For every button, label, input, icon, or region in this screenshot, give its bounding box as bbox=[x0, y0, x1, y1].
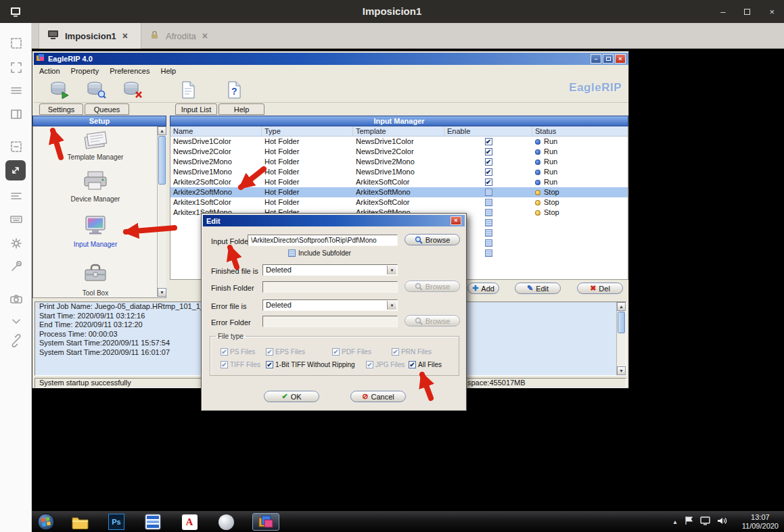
table-row[interactable]: Arkitex1SoftColorHot FolderArkitexSoftCo… bbox=[170, 197, 628, 208]
col-name[interactable]: Name bbox=[170, 126, 262, 136]
include-subfolder-checkbox[interactable] bbox=[288, 249, 296, 257]
chevron-down-icon[interactable] bbox=[8, 313, 24, 329]
col-status[interactable]: Status bbox=[532, 126, 628, 136]
rip-close-icon[interactable]: × bbox=[615, 54, 626, 64]
tab-panel-help[interactable]: Help bbox=[218, 103, 264, 115]
pdf-reader-icon[interactable]: A bbox=[181, 513, 198, 531]
display-tray-icon[interactable] bbox=[700, 516, 710, 528]
error-file-select[interactable]: Deleted ▼ bbox=[262, 299, 398, 311]
table-row[interactable]: NewsDrive1MonoHot FolderNewsDrive1MonoRu… bbox=[170, 167, 628, 177]
rip-maximize-icon[interactable] bbox=[603, 54, 614, 64]
rip-minimize-icon[interactable]: – bbox=[591, 54, 601, 64]
enable-checkbox[interactable] bbox=[485, 209, 492, 216]
combo-arrow-icon[interactable]: ▼ bbox=[387, 266, 396, 274]
ok-button[interactable]: ✔OK bbox=[264, 391, 319, 402]
tab-afrodita[interactable]: Afrodita × bbox=[141, 23, 228, 49]
scroll-down-icon[interactable]: ▼ bbox=[617, 366, 626, 375]
scale-window-icon[interactable] bbox=[5, 160, 26, 180]
settings-gear-icon[interactable] bbox=[8, 235, 24, 251]
tab-close-icon[interactable]: × bbox=[122, 30, 128, 41]
tab-settings[interactable]: Settings bbox=[39, 103, 83, 115]
scroll-up-icon[interactable]: ▲ bbox=[158, 126, 166, 135]
enable-checkbox[interactable] bbox=[485, 138, 492, 145]
volume-icon[interactable] bbox=[717, 516, 727, 528]
scroll-down-icon[interactable]: ▼ bbox=[158, 288, 166, 297]
eaglerip-taskbar-button[interactable] bbox=[252, 513, 279, 531]
tab-imposicion1[interactable]: Imposicion1 × bbox=[39, 23, 141, 49]
table-row[interactable]: NewsDrive2ColorHot FolderNewsDrive2Color… bbox=[170, 147, 628, 157]
help-icon[interactable]: ? bbox=[223, 80, 245, 100]
job-queue-icon[interactable] bbox=[85, 80, 107, 100]
enable-checkbox[interactable] bbox=[485, 239, 492, 247]
photoshop-icon[interactable]: Ps bbox=[108, 513, 125, 531]
filetype-1bit-tiff[interactable]: 1-Bit TIFF Without Ripping bbox=[266, 361, 355, 368]
host-maximize-icon[interactable] bbox=[744, 9, 750, 15]
dialog-close-icon[interactable]: × bbox=[451, 216, 461, 225]
col-template[interactable]: Template bbox=[353, 126, 444, 136]
explorer-folder-icon[interactable] bbox=[71, 513, 89, 531]
menu-help[interactable]: Help bbox=[155, 67, 181, 75]
edit-dialog-titlebar[interactable]: Edit × bbox=[203, 215, 465, 226]
image-app-icon[interactable] bbox=[144, 513, 162, 531]
eaglerip-titlebar[interactable]: EagleRIP 4.0 – × bbox=[34, 53, 628, 65]
del-button[interactable]: ✖Del bbox=[577, 283, 623, 294]
checkbox-checked-icon[interactable] bbox=[409, 361, 416, 368]
side-panel-icon[interactable] bbox=[8, 106, 24, 122]
menu-preferences[interactable]: Preferences bbox=[104, 67, 155, 75]
menu-property[interactable]: Property bbox=[66, 67, 105, 75]
scroll-thumb[interactable] bbox=[618, 312, 625, 333]
enable-checkbox[interactable] bbox=[485, 189, 492, 196]
col-enable[interactable]: Enable bbox=[444, 126, 532, 136]
tray-expand-icon[interactable]: ▲ bbox=[672, 519, 678, 525]
setup-scrollbar[interactable]: ▲ ▼ bbox=[157, 126, 166, 297]
tray-clock[interactable]: 13:07 11/09/2020 bbox=[742, 513, 779, 531]
checkbox-checked-icon[interactable] bbox=[266, 361, 273, 368]
scroll-up-icon[interactable]: ▲ bbox=[617, 302, 626, 311]
tab-input-list[interactable]: Input List bbox=[175, 103, 217, 115]
enable-checkbox[interactable] bbox=[485, 199, 492, 206]
browser-globe-icon[interactable] bbox=[217, 513, 235, 531]
table-row-selected[interactable]: Arkitex2SoftMonoHot FolderArkitexSoftMon… bbox=[170, 187, 628, 197]
screenshot-camera-icon[interactable] bbox=[8, 291, 24, 307]
finished-file-select[interactable]: Deleted ▼ bbox=[262, 264, 398, 276]
capture-area-icon[interactable] bbox=[8, 139, 24, 155]
browse-input-folder-button[interactable]: Browse bbox=[405, 234, 460, 245]
menu-action[interactable]: Action bbox=[34, 67, 66, 75]
filetype-all-files[interactable]: All Files bbox=[409, 361, 442, 368]
start-button[interactable] bbox=[37, 513, 55, 531]
enable-checkbox[interactable] bbox=[485, 168, 492, 176]
submit-job-icon[interactable] bbox=[49, 80, 70, 100]
combo-arrow-icon[interactable]: ▼ bbox=[387, 301, 396, 310]
table-row[interactable]: Arkitex2SoftColorHot FolderArkitexSoftCo… bbox=[170, 177, 628, 187]
table-row[interactable]: NewsDrive1ColorHot FolderNewsDrive1Color… bbox=[170, 137, 628, 147]
action-center-flag-icon[interactable] bbox=[685, 516, 693, 528]
setup-item-device-manager[interactable]: Device Manager bbox=[33, 168, 158, 203]
col-type[interactable]: Type bbox=[262, 126, 353, 136]
edit-button[interactable]: ✎Edit bbox=[515, 283, 561, 294]
setup-item-template-manager[interactable]: Template Manager bbox=[33, 129, 158, 161]
table-row[interactable]: NewsDrive2MonoHot FolderNewsDrive2MonoRu… bbox=[170, 157, 628, 167]
setup-item-tool-box[interactable]: Tool Box bbox=[33, 261, 158, 297]
enable-checkbox[interactable] bbox=[485, 158, 492, 166]
document-icon[interactable] bbox=[177, 80, 199, 100]
tab-close-icon[interactable]: × bbox=[202, 30, 208, 41]
enable-checkbox[interactable] bbox=[485, 219, 492, 226]
host-close-icon[interactable]: × bbox=[769, 7, 775, 16]
enable-checkbox[interactable] bbox=[485, 178, 492, 186]
input-folder-field[interactable] bbox=[248, 235, 398, 246]
host-minimize-icon[interactable]: – bbox=[720, 7, 725, 16]
tools-wrench-icon[interactable] bbox=[8, 258, 24, 274]
disconnect-link-icon[interactable] bbox=[8, 333, 24, 349]
tab-queues[interactable]: Queues bbox=[85, 103, 129, 115]
add-button[interactable]: ✚Add bbox=[467, 283, 499, 294]
scroll-thumb[interactable] bbox=[158, 136, 166, 185]
delete-job-icon[interactable] bbox=[122, 80, 143, 100]
fullscreen-icon[interactable] bbox=[8, 59, 24, 76]
setup-item-input-manager[interactable]: Input Manager bbox=[33, 214, 158, 248]
cancel-button[interactable]: ⊘Cancel bbox=[350, 391, 406, 402]
log-scrollbar[interactable]: ▲ ▼ bbox=[616, 302, 626, 375]
resolution-list-icon[interactable] bbox=[8, 188, 24, 204]
selection-frame-icon[interactable] bbox=[8, 35, 24, 51]
multi-monitor-icon[interactable] bbox=[8, 82, 24, 99]
enable-checkbox[interactable] bbox=[485, 229, 492, 237]
